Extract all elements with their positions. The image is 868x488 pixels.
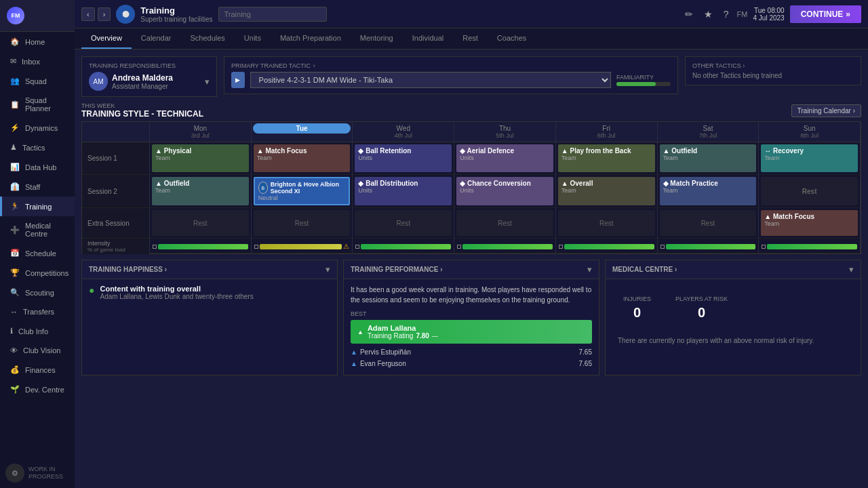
- extra-mon[interactable]: Rest: [150, 208, 252, 238]
- training-resp-person: AM Andrea Maldera Assistant Manager ▾: [89, 72, 210, 91]
- rest-extra-tue[interactable]: Rest: [254, 210, 351, 236]
- calendar-button[interactable]: Training Calendar ›: [791, 104, 861, 117]
- tab-overview[interactable]: Overview: [81, 28, 132, 49]
- int-bar-wed: [361, 244, 451, 249]
- session-2-mon[interactable]: ▲ Outfield Team: [150, 175, 252, 207]
- session-1-sun[interactable]: ↔ Recovery Team: [759, 142, 861, 174]
- topbar-right: ✏ ★ ? FM Tue 08:00 4 Jul 2023 CONTINUE »: [682, 5, 861, 23]
- session-2-tue[interactable]: B Brighton & Hove Albion Second XI Neutr…: [252, 175, 353, 207]
- match-focus-card[interactable]: ▲ Match Focus Team: [254, 144, 351, 172]
- training-performance-title[interactable]: TRAINING PERFORMANCE ›: [351, 266, 443, 273]
- tab-schedules[interactable]: Schedules: [180, 28, 234, 49]
- search-input[interactable]: [218, 7, 327, 22]
- sidebar-item-tactics[interactable]: ♟Tactics: [0, 138, 75, 157]
- person-info: Andrea Maldera Assistant Manager: [112, 73, 173, 90]
- session-1-thu[interactable]: ◆ Aerial Defence Units: [454, 142, 556, 174]
- sidebar-item-dynamics[interactable]: ⚡Dynamics: [0, 118, 75, 138]
- continue-button[interactable]: CONTINUE »: [790, 5, 861, 23]
- session-2-fri[interactable]: ▲ Overall Team: [556, 175, 658, 207]
- rest-card-sun-s2[interactable]: Rest: [761, 177, 858, 205]
- rest-extra-wed[interactable]: Rest: [355, 210, 452, 236]
- sidebar-item-competitions[interactable]: 🏆Competitions: [0, 263, 75, 283]
- edit-button[interactable]: ✏: [682, 6, 696, 22]
- sidebar-item-club-info[interactable]: ℹClub Info: [0, 321, 75, 341]
- rest-extra-fri[interactable]: Rest: [558, 210, 655, 236]
- recovery-card[interactable]: ↔ Recovery Team: [761, 144, 858, 172]
- sidebar-item-finances[interactable]: 💰Finances: [0, 360, 75, 380]
- session-1-wed[interactable]: ◆ Ball Retention Units: [353, 142, 454, 174]
- match-practice-card[interactable]: ◆ Match Practice Team: [660, 177, 757, 205]
- chevron-right-icon: ›: [743, 62, 745, 69]
- help-button[interactable]: ?: [721, 6, 732, 22]
- sidebar-item-transfers[interactable]: ↔Transfers: [0, 302, 75, 321]
- sidebar-item-schedule[interactable]: 📅Schedule: [0, 243, 75, 263]
- extra-wed[interactable]: Rest: [353, 208, 454, 238]
- session-1-tue[interactable]: ▲ Match Focus Team: [252, 142, 353, 174]
- aerial-defence-card[interactable]: ◆ Aerial Defence Units: [456, 144, 553, 172]
- session-2-thu[interactable]: ◆ Chance Conversion Units: [454, 175, 556, 207]
- brighton-card[interactable]: B Brighton & Hove Albion Second XI Neutr…: [254, 177, 351, 205]
- session-2-sat[interactable]: ◆ Match Practice Team: [658, 175, 760, 207]
- rest-extra-sat[interactable]: Rest: [660, 210, 757, 236]
- sidebar-item-staff[interactable]: 👔Staff: [0, 177, 75, 197]
- tab-rest[interactable]: Rest: [453, 28, 488, 49]
- rest-extra-thu[interactable]: Rest: [456, 210, 553, 236]
- extra-fri[interactable]: Rest: [556, 208, 658, 238]
- session-1-mon[interactable]: ▲ Physical Team: [150, 142, 252, 174]
- outfield-card-sat[interactable]: ▲ Outfield Team: [660, 144, 757, 172]
- session-2-wed[interactable]: ◆ Ball Distribution Units: [353, 175, 454, 207]
- nav-back-button[interactable]: ‹: [81, 7, 95, 21]
- extra-thu[interactable]: Rest: [454, 208, 556, 238]
- extra-sun[interactable]: ▲ Match Focus Team: [759, 208, 861, 238]
- best-player-card[interactable]: ▲ Adam Lallana Training Rating 7.80 —: [351, 320, 592, 344]
- session-1-sat[interactable]: ▲ Outfield Team: [658, 142, 760, 174]
- physical-card[interactable]: ▲ Physical Team: [152, 144, 249, 172]
- outfield-card-mon[interactable]: ▲ Outfield Team: [152, 177, 249, 205]
- session-1-fri[interactable]: ▲ Play from the Back Team: [556, 142, 658, 174]
- training-icon: 🏃: [10, 202, 20, 211]
- datetime-display: Tue 08:00 4 Jul 2023: [753, 7, 784, 22]
- expand-medical-button[interactable]: ▾: [849, 264, 854, 274]
- ball-retention-card[interactable]: ◆ Ball Retention Units: [355, 144, 452, 172]
- expand-happiness-button[interactable]: ▾: [326, 264, 330, 274]
- overall-card[interactable]: ▲ Overall Team: [558, 177, 655, 205]
- expand-performance-button[interactable]: ▾: [587, 264, 592, 274]
- nav-forward-button[interactable]: ›: [98, 7, 111, 21]
- sidebar-item-training[interactable]: 🏃Training: [0, 197, 75, 216]
- overview-content: TRAINING RESPONSIBILITIES AM Andrea Mald…: [75, 49, 868, 382]
- tab-individual[interactable]: Individual: [403, 28, 453, 49]
- sidebar-item-medical[interactable]: ➕Medical Centre: [0, 216, 75, 243]
- wip-text: WORK IN PROGRESS: [28, 466, 63, 481]
- int-bar-tue: [260, 244, 342, 249]
- session-2-sun[interactable]: Rest: [759, 175, 861, 207]
- play-from-back-card[interactable]: ▲ Play from the Back Team: [558, 144, 655, 172]
- ball-distribution-card[interactable]: ◆ Ball Distribution Units: [355, 177, 452, 205]
- star-button[interactable]: ★: [701, 6, 715, 22]
- chance-conversion-card[interactable]: ◆ Chance Conversion Units: [456, 177, 553, 205]
- tab-mentoring[interactable]: Mentoring: [351, 28, 403, 49]
- sidebar-item-scouting[interactable]: 🔍Scouting: [0, 283, 75, 302]
- rest-extra-mon[interactable]: Rest: [152, 210, 249, 236]
- extra-sat[interactable]: Rest: [658, 208, 760, 238]
- sidebar-item-home[interactable]: 🏠Home: [0, 32, 75, 52]
- sidebar-item-dev-centre[interactable]: 🌱Dev. Centre: [0, 380, 75, 399]
- sidebar-item-data-hub[interactable]: 📊Data Hub: [0, 157, 75, 177]
- fm-label: FM: [737, 10, 748, 18]
- sidebar-item-squad-planner[interactable]: 📋Squad Planner: [0, 91, 75, 118]
- int-bar-mon: [158, 244, 248, 249]
- sidebar-item-club-vision[interactable]: 👁Club Vision: [0, 341, 75, 360]
- tab-calendar[interactable]: Calendar: [132, 28, 181, 49]
- tactic-select[interactable]: Positive 4-2-3-1 DM AM Wide - Tiki-Taka: [250, 72, 611, 88]
- sidebar-item-inbox[interactable]: ✉Inbox: [0, 52, 75, 71]
- tab-coaches[interactable]: Coaches: [488, 28, 536, 49]
- medical-centre-title[interactable]: MEDICAL CENTRE ›: [612, 266, 677, 273]
- tab-units[interactable]: Units: [235, 28, 271, 49]
- tab-match-prep[interactable]: Match Preparation: [271, 28, 351, 49]
- training-happiness-title[interactable]: TRAINING HAPPINESS ›: [89, 266, 167, 273]
- player-icon-1: ▲: [351, 348, 357, 356]
- match-focus-extra-sun[interactable]: ▲ Match Focus Team: [761, 210, 858, 236]
- session-2-label: Session 2: [82, 175, 150, 207]
- extra-tue[interactable]: Rest: [252, 208, 353, 238]
- expand-resp-button[interactable]: ▾: [205, 77, 210, 87]
- sidebar-item-squad[interactable]: 👥Squad: [0, 71, 75, 91]
